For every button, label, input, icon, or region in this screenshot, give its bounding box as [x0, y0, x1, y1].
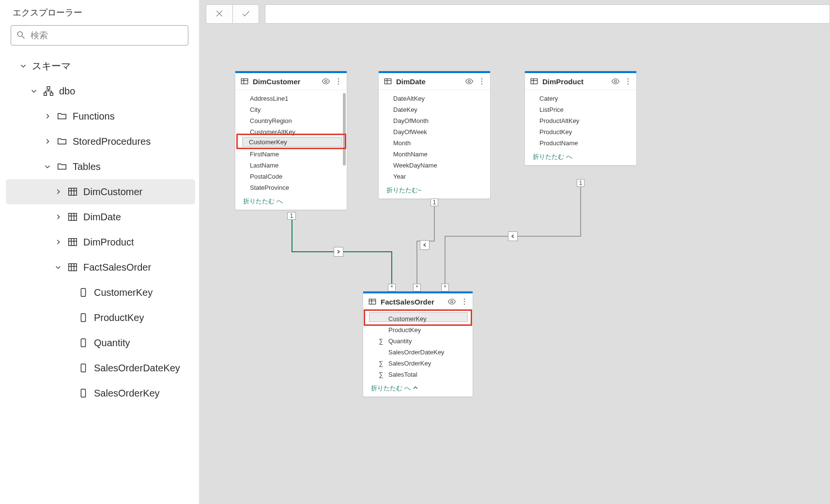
svg-rect-13 — [69, 214, 77, 221]
svg-point-44 — [481, 81, 482, 82]
column-row[interactable]: ListPrice — [526, 104, 635, 115]
tree-folder-tables[interactable]: Tables — [6, 154, 195, 179]
column-label: LastName — [250, 162, 278, 169]
more-icon[interactable] — [624, 77, 632, 86]
column-row[interactable]: ∑Quantity — [364, 336, 472, 347]
column-row[interactable]: PostalCode — [236, 171, 346, 182]
tree-label: Functions — [73, 111, 115, 122]
column-row[interactable]: DayOfWeek — [380, 126, 489, 137]
more-icon[interactable] — [334, 77, 343, 86]
more-icon[interactable] — [477, 77, 486, 86]
tree-column-salesorderdatekey[interactable]: SalesOrderDateKey — [6, 355, 195, 381]
table-card-factsalesorder[interactable]: FactSalesOrder CustomerKey ProductKey ∑Q… — [363, 291, 473, 397]
column-row[interactable]: AddressLine1 — [236, 93, 346, 104]
tree-folder-functions[interactable]: Functions — [6, 104, 195, 129]
column-row[interactable]: SalesOrderDateKey — [364, 347, 472, 358]
formula-input[interactable] — [265, 4, 830, 24]
search-box[interactable] — [11, 25, 188, 46]
schema-icon — [43, 85, 54, 97]
column-label: WeekDayName — [393, 162, 437, 169]
column-row[interactable]: ∑SalesOrderKey — [364, 358, 472, 369]
svg-rect-32 — [241, 79, 248, 84]
column-row[interactable]: DateAltKey — [380, 93, 489, 104]
column-icon — [77, 312, 89, 323]
column-row[interactable]: ProductAltKey — [526, 115, 635, 126]
column-row[interactable]: FirstName — [236, 149, 346, 160]
tree-column-customerkey[interactable]: CustomerKey — [6, 280, 195, 305]
tree-label: SalesOrderKey — [94, 388, 160, 399]
svg-rect-53 — [369, 299, 376, 305]
tree-label: SalesOrderDateKey — [94, 363, 180, 374]
formula-cancel-button[interactable] — [206, 5, 232, 23]
tree-schema-dbo[interactable]: dbo — [6, 78, 195, 104]
svg-rect-9 — [69, 188, 77, 196]
table-card-title: FactSalesOrder — [381, 298, 444, 306]
column-row[interactable]: Catery — [526, 93, 635, 104]
column-row[interactable]: MonthName — [380, 149, 489, 160]
column-row[interactable]: CustomerAltKey — [236, 126, 346, 137]
tree-column-salesorderkey[interactable]: SalesOrderKey — [6, 381, 195, 406]
visibility-icon[interactable] — [447, 297, 456, 306]
scrollbar-hint[interactable] — [343, 93, 346, 166]
table-card-dimcustomer[interactable]: DimCustomer AddressLine1 City CountryReg… — [235, 71, 347, 210]
table-icon — [384, 77, 392, 86]
collapse-link[interactable]: 折りたたむ へ — [525, 150, 636, 165]
table-card-dimdate[interactable]: DimDate DateAltKey DateKey DayOfMonth Da… — [378, 71, 491, 199]
more-icon[interactable] — [460, 297, 469, 306]
column-row[interactable]: ProductKey — [526, 126, 635, 137]
chevron-right-icon — [54, 238, 62, 246]
column-row[interactable]: ProductName — [526, 137, 635, 149]
chevron-right-icon — [44, 137, 51, 145]
tree-table-factsalesorder[interactable]: FactSalesOrder — [6, 255, 195, 280]
svg-point-35 — [325, 80, 327, 83]
visibility-icon[interactable] — [465, 77, 474, 86]
column-icon — [77, 362, 89, 374]
column-row[interactable]: LastName — [236, 160, 346, 171]
column-row[interactable]: CountryRegion — [236, 115, 346, 126]
table-card-dimproduct[interactable]: DimProduct Catery ListPrice ProductAltKe… — [524, 71, 637, 166]
tree-label: Tables — [73, 161, 101, 172]
tree-table-dimcustomer[interactable]: DimCustomer — [6, 179, 195, 204]
cardinality-one: 1 — [577, 179, 584, 187]
column-label: DayOfWeek — [393, 128, 427, 136]
tree-schema-root[interactable]: スキーマ — [6, 53, 195, 78]
tree-column-productkey[interactable]: ProductKey — [6, 305, 195, 330]
tree-column-quantity[interactable]: Quantity — [6, 330, 195, 355]
search-input[interactable] — [30, 30, 183, 41]
column-row[interactable]: StateProvince — [236, 182, 346, 193]
diagram-canvas[interactable]: 1 * 1 * 1 * DimCustomer — [200, 28, 830, 504]
svg-point-59 — [464, 304, 465, 305]
cardinality-many: * — [441, 284, 449, 291]
visibility-icon[interactable] — [322, 77, 330, 86]
column-icon — [77, 387, 89, 399]
tree-label: ProductKey — [94, 312, 144, 323]
tree-table-dimdate[interactable]: DimDate — [6, 204, 195, 229]
tree-label: DimProduct — [83, 237, 134, 248]
visibility-icon[interactable] — [611, 77, 620, 86]
chevron-down-icon — [54, 263, 62, 271]
column-row[interactable]: WeekDayName — [380, 160, 489, 171]
svg-point-0 — [17, 31, 22, 36]
collapse-link[interactable]: 折りたたむ へ — [235, 194, 347, 210]
svg-point-37 — [338, 81, 339, 82]
column-row[interactable]: City — [236, 104, 346, 115]
tree-table-dimproduct[interactable]: DimProduct — [6, 229, 195, 255]
collapse-link[interactable]: 折りたたむ へ — [363, 381, 473, 397]
tree-label: FactSalesOrder — [83, 262, 151, 273]
cardinality-one: 1 — [430, 199, 438, 206]
column-row[interactable]: ProductKey — [364, 324, 472, 336]
column-row[interactable]: DayOfMonth — [380, 115, 489, 126]
tree-folder-storedprocedures[interactable]: StoredProcedures — [6, 129, 195, 154]
column-row[interactable]: Month — [380, 137, 489, 149]
column-row[interactable]: CustomerKey — [364, 313, 472, 324]
column-row[interactable]: ∑SalesTotal — [364, 369, 472, 380]
collapse-link[interactable]: 折りたたむ~ — [379, 183, 490, 199]
chevron-right-icon — [54, 213, 62, 221]
column-label: PostalCode — [250, 173, 282, 180]
svg-point-52 — [628, 83, 629, 84]
column-label: ProductKey — [388, 326, 421, 334]
formula-commit-button[interactable] — [232, 5, 259, 23]
column-label: DateAltKey — [393, 95, 425, 102]
column-row[interactable]: DateKey — [380, 104, 489, 115]
column-row[interactable]: Year — [380, 171, 489, 182]
